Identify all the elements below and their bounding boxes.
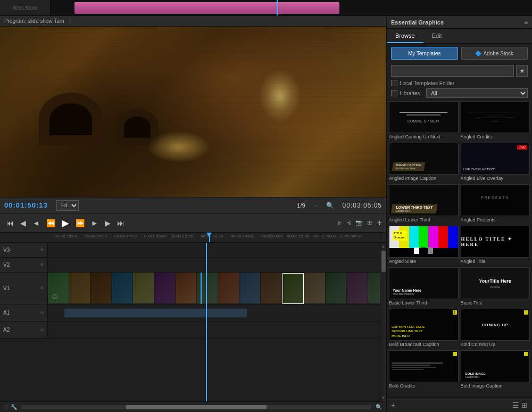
track-v1-eye[interactable]: 👁: [40, 286, 44, 291]
libraries-check[interactable]: Libraries: [391, 90, 420, 96]
ruler-label-9: 00:02:15:00: [287, 234, 309, 238]
track-a2: A2 M: [0, 322, 380, 339]
frame-fwd-button[interactable]: ▶: [103, 218, 113, 228]
template-basic-title[interactable]: YourTitle Here subtitle Basic Title: [461, 267, 530, 307]
ruler-label-8: 00:02:00:00: [260, 234, 282, 238]
template-bold-coming-up[interactable]: COMING UP Bold Coming Up: [461, 309, 530, 348]
template-bold-image-caption[interactable]: BOLD IMAGE Caption text Bold Image Capti…: [461, 350, 530, 390]
track-a1-mute[interactable]: M: [40, 310, 44, 315]
thumbnails-strip: [48, 273, 380, 304]
export-frame-icon[interactable]: 📷: [354, 218, 364, 227]
template-angled-live-overlay[interactable]: LIVE LIVE OVERLAY TEXT Angled Live Overl…: [461, 143, 530, 182]
ruler-label-2: 00:00:30:00: [85, 234, 107, 238]
h-scrollbar[interactable]: [21, 405, 371, 409]
track-v2: V2 👁: [0, 258, 380, 273]
duration-display: 00:03:05:05: [343, 202, 382, 209]
template-label-bold-broadcast: Bold Broadcast Caption: [389, 341, 459, 348]
filter-icon[interactable]: ▽: [4, 404, 9, 410]
ruler-label-5: 00:01:15:00: [171, 234, 193, 238]
scroll-thumb[interactable]: [381, 251, 386, 272]
ruler-label-11: 00:02:45:00: [340, 234, 362, 238]
button-editor-icon[interactable]: ⊞: [366, 218, 373, 227]
panel-sub-tabs: My Templates 🔷 Adobe Stock: [387, 44, 532, 63]
go-in-button[interactable]: ◄: [30, 218, 42, 228]
step-fwd-button[interactable]: ⏭: [115, 218, 127, 228]
template-bold-broadcast[interactable]: ! CAPTION TEXT HERESECOND LINE TEXTMORE …: [389, 309, 459, 348]
scroll-down-arrow[interactable]: ▼: [380, 394, 386, 401]
template-label-basic-lower-third: Basic Lower Third: [389, 299, 459, 307]
template-label-bold-coming-up: Bold Coming Up: [461, 341, 530, 348]
timeline-bottom-bar: ▽ 🔧 🔍: [0, 401, 386, 412]
my-templates-btn[interactable]: My Templates: [391, 47, 458, 60]
search-input[interactable]: [391, 65, 514, 77]
program-monitor-title: Program: slide show Tarn: [4, 18, 64, 24]
timeline-ruler: 00:00:15:00 00:00:30:00 00:00:45:00 00:0…: [0, 232, 386, 243]
in-mark-icon[interactable]: ⊱: [336, 218, 343, 227]
grid-view-btn[interactable]: ⊞: [521, 401, 528, 409]
program-monitor-menu[interactable]: ≡: [69, 18, 72, 24]
zoom-out-timeline[interactable]: 🔍: [376, 404, 382, 410]
step-back-button[interactable]: ⏮: [4, 218, 16, 228]
template-angled-coming-up[interactable]: COMING UP NEXT Angled Coming Up Next: [389, 101, 459, 141]
ruler-label-4: 00:01:00:00: [144, 234, 167, 238]
local-templates-check[interactable]: Local Templates Folder: [391, 80, 454, 86]
panel-bottom-bar: + ☰ ⊞: [387, 397, 532, 412]
template-angled-image-caption[interactable]: IMAGE CAPTION Subtitle text here Angled …: [389, 143, 459, 182]
template-angled-presents[interactable]: PRESENTS Angled Presents: [461, 184, 530, 224]
template-angled-slate[interactable]: TITLE Director: Angled Slate: [389, 226, 459, 265]
template-angled-lower-third[interactable]: LOWER THIRD TEXT subtitle here Angled Lo…: [389, 184, 459, 224]
panel-header: Essential Graphics ≡: [387, 16, 532, 29]
local-templates-checkbox[interactable]: [391, 80, 397, 86]
search-row: ★: [387, 63, 532, 79]
template-label-bold-credits: Bold Credits: [389, 382, 459, 390]
wrench-icon[interactable]: 🔧: [11, 404, 17, 410]
favorites-btn[interactable]: ★: [516, 65, 528, 77]
track-v2-content[interactable]: [48, 258, 380, 272]
ci-label: Ci: [52, 293, 57, 300]
out-mark-icon[interactable]: ⊰: [345, 218, 352, 227]
track-a2-label: A2 M: [0, 322, 48, 338]
timeline-v-scrollbar[interactable]: ▲ ▼: [380, 243, 386, 401]
track-v3-content[interactable]: [48, 243, 380, 257]
fit-dropdown[interactable]: Fit: [56, 200, 79, 211]
template-label-angled-live-overlay: Angled Live Overlay: [461, 175, 530, 182]
h-scrollbar-thumb[interactable]: [126, 405, 266, 409]
panel-menu-icon[interactable]: ≡: [524, 19, 528, 26]
track-a2-mute[interactable]: M: [40, 327, 44, 332]
adobe-stock-btn[interactable]: 🔷 Adobe Stock: [461, 47, 528, 60]
track-v3-label: V3 👁: [0, 243, 48, 257]
ruler-label-6: 00:01:30:00: [201, 234, 223, 238]
template-angled-credits[interactable]: ............... ........... Angled Credi…: [461, 101, 530, 141]
tab-edit[interactable]: Edit: [423, 29, 451, 43]
track-v1: V1 👁: [0, 273, 380, 304]
play-button[interactable]: ▶: [60, 216, 71, 230]
new-template-btn[interactable]: +: [391, 401, 395, 409]
frame-back-button[interactable]: ◀: [18, 218, 28, 228]
track-v3-eye[interactable]: 👁: [40, 248, 44, 252]
template-label-angled-image-caption: Angled Image Caption: [389, 175, 459, 182]
track-a2-content[interactable]: [48, 322, 380, 338]
shuttle-left-button[interactable]: ⏪: [44, 218, 57, 228]
track-v2-eye[interactable]: 👁: [40, 262, 44, 267]
track-a1-content[interactable]: [48, 304, 380, 321]
track-v1-content[interactable]: Ci: [48, 273, 380, 304]
shuttle-right-button[interactable]: ⏩: [73, 218, 87, 228]
tab-browse[interactable]: Browse: [387, 29, 423, 43]
scroll-up-arrow[interactable]: ▲: [380, 243, 386, 250]
program-monitor-header: Program: slide show Tarn ≡: [0, 16, 386, 27]
timecode-display[interactable]: 00:01:50:13: [4, 201, 52, 209]
zoom-icon[interactable]: 🔍: [326, 202, 334, 209]
libraries-dropdown[interactable]: All: [426, 88, 528, 98]
go-out-button[interactable]: ►: [89, 218, 101, 228]
template-bold-credits[interactable]: Bold Credits: [389, 350, 459, 390]
add-button[interactable]: +: [377, 218, 382, 228]
list-view-btn[interactable]: ☰: [512, 401, 519, 409]
ruler-label-3: 00:00:45:00: [114, 234, 137, 238]
ruler-label-10: 00:02:30:00: [313, 234, 336, 238]
track-v3: V3 👁: [0, 243, 380, 258]
template-label-basic-title: Basic Title: [461, 299, 530, 307]
template-thumb-bold-image-caption: BOLD IMAGE Caption text: [461, 350, 530, 382]
libraries-checkbox[interactable]: [391, 90, 397, 96]
template-basic-lower-third[interactable]: Your Name Here Your title/company Basic …: [389, 267, 459, 307]
template-angled-title[interactable]: HELLO TITLE ✦ HERE Angled Title: [461, 226, 530, 265]
